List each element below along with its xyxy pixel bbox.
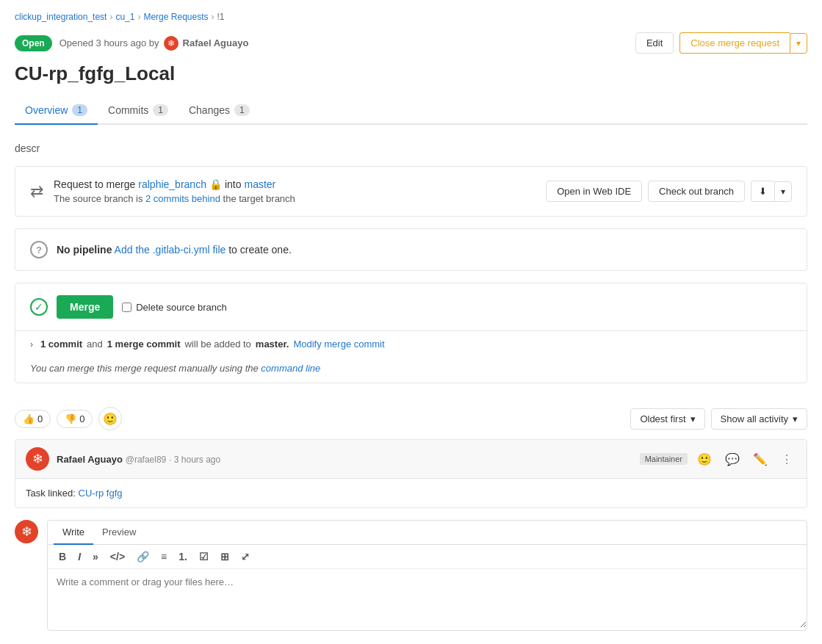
open-web-ide-button[interactable]: Open in Web IDE (546, 181, 642, 202)
merge-info-card: ⇄ Request to merge ralphie_branch 🔒 into… (15, 166, 807, 217)
header-row: Open Opened 3 hours ago by ❄ Rafael Agua… (15, 32, 807, 54)
edit-comment-button[interactable]: ✏️ (749, 451, 771, 468)
merge-action-card: ✓ Merge Delete source branch › 1 commit … (15, 283, 807, 383)
thumbsup-button[interactable]: 👍 0 (15, 410, 51, 428)
check-circle-icon: ✓ (30, 298, 48, 316)
commit-count: 1 commit (40, 339, 82, 350)
reactions-sort-bar: 👍 0 👎 0 🙂 Oldest first ▾ Show all activi… (15, 395, 807, 439)
request-to-merge-label: Request to merge (54, 178, 135, 190)
manual-info-row: You can merge this merge request manuall… (15, 357, 807, 383)
edit-button[interactable]: Edit (635, 32, 674, 54)
breadcrumb-branch[interactable]: cu_1 (115, 12, 134, 22)
commit-toggle[interactable]: › (30, 339, 33, 350)
pipeline-text: No pipeline Add the .gitlab-ci.yml file … (57, 244, 292, 256)
close-merge-group: Close merge request ▾ (679, 32, 807, 54)
commits-behind-link[interactable]: 2 commits behind (145, 193, 220, 204)
command-line-link[interactable]: command line (261, 363, 320, 374)
avatar: ❄ (26, 447, 49, 471)
header-meta: Opened 3 hours ago by ❄ Rafael Aguayo (60, 36, 249, 51)
fullscreen-button[interactable]: ⤢ (237, 549, 253, 564)
comment-author-info: ❄ Rafael Aguayo @rafael89 · 3 hours ago (26, 447, 220, 471)
comment-card: ❄ Rafael Aguayo @rafael89 · 3 hours ago … (15, 439, 807, 508)
add-gitlab-ci-link[interactable]: Add the .gitlab-ci.yml file (115, 244, 226, 256)
target-branch[interactable]: master (245, 178, 276, 190)
task-link[interactable]: CU-rp fgfg (79, 488, 123, 499)
sort-label: Oldest first (640, 413, 685, 424)
download-caret[interactable]: ▾ (774, 181, 792, 202)
sort-select[interactable]: Oldest first ▾ (630, 408, 704, 430)
task-linked-label: Task linked: (26, 488, 76, 499)
italic-button[interactable]: I (74, 549, 84, 564)
close-merge-button[interactable]: Close merge request (679, 32, 790, 54)
unordered-list-button[interactable]: ≡ (157, 549, 170, 564)
code-button[interactable]: </> (107, 549, 129, 564)
comment-header: ❄ Rafael Aguayo @rafael89 · 3 hours ago … (15, 440, 807, 479)
behind-text: The source branch is 2 commits behind th… (54, 193, 295, 204)
author-name: Rafael Aguayo (183, 37, 249, 48)
reactions-left: 👍 0 👎 0 🙂 (15, 407, 122, 430)
merge-button[interactable]: Merge (57, 295, 113, 319)
delete-source-branch-checkbox[interactable] (122, 303, 131, 312)
pipeline-icon: ? (30, 241, 48, 258)
emoji-picker-button[interactable]: 🙂 (98, 407, 122, 430)
download-group: ⬇ ▾ (751, 181, 792, 202)
comment-author-name: Rafael Aguayo (57, 454, 123, 465)
merge-info-left: ⇄ Request to merge ralphie_branch 🔒 into… (30, 178, 295, 204)
comment-handle: @rafael89 (126, 455, 167, 465)
thumbsdown-button[interactable]: 👎 0 (57, 410, 93, 428)
close-merge-caret[interactable]: ▾ (790, 33, 807, 54)
tab-changes[interactable]: Changes 1 (179, 97, 260, 125)
reply-button[interactable]: 💬 (721, 451, 743, 468)
mr-title: CU-rp_fgfg_Local (15, 62, 807, 85)
activity-select[interactable]: Show all activity ▾ (711, 408, 807, 430)
thumbsdown-count: 0 (79, 413, 84, 424)
opened-by-text: Opened 3 hours ago by (60, 37, 159, 48)
breadcrumb-id: !1 (217, 12, 225, 22)
delete-branch-label: Delete source branch (136, 302, 227, 313)
modify-merge-commit-link[interactable]: Modify merge commit (293, 339, 384, 350)
breadcrumb: clickup_integration_test › cu_1 › Merge … (15, 12, 807, 22)
sort-activity: Oldest first ▾ Show all activity ▾ (630, 408, 807, 430)
write-tabs: Write Preview (48, 521, 807, 545)
tab-preview[interactable]: Preview (93, 521, 145, 545)
lock-icon: 🔒 (209, 178, 222, 190)
merge-commit-count: 1 merge commit (107, 339, 181, 350)
branch-line: Request to merge ralphie_branch 🔒 into m… (54, 178, 295, 190)
delete-branch-checkbox-row: Delete source branch (122, 302, 227, 313)
task-list-button[interactable]: ☑ (195, 549, 212, 564)
tab-commits[interactable]: Commits 1 (98, 97, 179, 125)
write-toolbar: B I » </> 🔗 ≡ 1. ☑ ⊞ ⤢ (48, 545, 807, 569)
comment-body: Task linked: CU-rp fgfg (15, 479, 807, 507)
quote-button[interactable]: » (89, 549, 102, 564)
comment-actions: Maintainer 🙂 💬 ✏️ ⋮ (640, 451, 796, 468)
activity-label: Show all activity (721, 413, 788, 424)
download-button[interactable]: ⬇ (751, 181, 774, 202)
tabs: Overview 1 Commits 1 Changes 1 (15, 97, 807, 125)
tab-write[interactable]: Write (54, 521, 93, 545)
table-button[interactable]: ⊞ (217, 549, 233, 564)
write-comment-body: Write Preview B I » </> 🔗 ≡ 1. ☑ ⊞ ⤢ (47, 520, 807, 631)
breadcrumb-project[interactable]: clickup_integration_test (15, 12, 107, 22)
comment-input[interactable] (48, 569, 807, 628)
status-badge: Open (15, 35, 52, 51)
description: descr (15, 140, 807, 166)
checkout-branch-button[interactable]: Check out branch (648, 181, 745, 202)
merge-actions: Open in Web IDE Check out branch ⬇ ▾ (546, 181, 792, 202)
write-comment-section: ❄ Write Preview B I » </> 🔗 ≡ 1. ☑ ⊞ ⤢ (15, 520, 807, 631)
source-branch[interactable]: ralphie_branch (138, 178, 206, 190)
link-button[interactable]: 🔗 (133, 549, 153, 564)
merge-btn-row: ✓ Merge Delete source branch (30, 295, 227, 319)
merge-icon: ⇄ (30, 182, 43, 201)
bold-button[interactable]: B (55, 549, 70, 564)
sort-chevron-icon: ▾ (691, 413, 696, 424)
ordered-list-button[interactable]: 1. (175, 549, 191, 564)
emoji-reaction-button[interactable]: 🙂 (693, 451, 715, 468)
role-badge: Maintainer (640, 453, 688, 465)
comment-time: · 3 hours ago (169, 455, 220, 465)
activity-chevron-icon: ▾ (793, 413, 798, 424)
thumbsup-count: 0 (37, 413, 43, 424)
breadcrumb-section[interactable]: Merge Requests (143, 12, 208, 22)
more-options-button[interactable]: ⋮ (777, 451, 796, 468)
tab-overview[interactable]: Overview 1 (15, 97, 98, 125)
avatar-small: ❄ (164, 36, 179, 51)
